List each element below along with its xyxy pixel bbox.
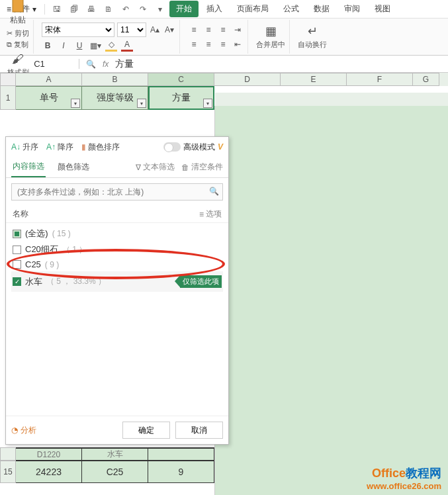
increase-font-icon[interactable]: A▴ bbox=[149, 24, 161, 36]
tab-color-filter[interactable]: 颜色筛选 bbox=[56, 158, 91, 177]
border-button[interactable]: ▦▾ bbox=[89, 40, 101, 52]
zoom-icon[interactable]: 🔍 bbox=[86, 60, 96, 69]
align-center-icon[interactable]: ≡ bbox=[202, 38, 214, 50]
menubar: ≡ 文件 ▾ 🖫 🗐 🖶 🗎 ↶ ↷ ▾ 开始 插入 页面布局 公式 数据 审阅… bbox=[0, 0, 448, 19]
redo-icon[interactable]: ↷ bbox=[135, 1, 151, 17]
filter-button-c[interactable]: ▾ bbox=[203, 99, 212, 108]
paste-button[interactable]: 粘贴 bbox=[10, 0, 26, 26]
decrease-font-icon[interactable]: A▾ bbox=[163, 24, 175, 36]
align-bottom-icon[interactable]: ≡ bbox=[217, 24, 229, 36]
copy-button[interactable]: ⧉复制 bbox=[7, 40, 29, 50]
select-all-corner[interactable] bbox=[0, 73, 16, 86]
filter-item-list: (全选) ( 15 ) C20细石 （ 1 ） C25 ( 9 ) 水车 （ 5… bbox=[6, 223, 228, 416]
clipboard-icon bbox=[11, 0, 25, 13]
filter-item[interactable]: C20细石 （ 1 ） bbox=[11, 242, 223, 257]
filter-button-b[interactable]: ▾ bbox=[137, 99, 146, 108]
tab-data[interactable]: 数据 bbox=[307, 1, 336, 17]
cut-button[interactable]: ✂剪切 bbox=[7, 28, 29, 38]
filter-search: 🔍 bbox=[11, 183, 223, 201]
col-header-c[interactable]: C bbox=[148, 73, 214, 86]
data-rows: D1220 水车 15 24223 C25 9 bbox=[0, 447, 214, 483]
wrap-button[interactable]: ↵ 自动换行 bbox=[294, 20, 331, 54]
merge-button[interactable]: ▦ 合并居中 bbox=[252, 20, 290, 54]
col-header-a[interactable]: A bbox=[16, 73, 82, 86]
sort-desc-icon: A↑ bbox=[46, 142, 56, 152]
cell-b15[interactable]: C25 bbox=[82, 461, 148, 483]
cell-c15[interactable]: 9 bbox=[148, 461, 214, 483]
align-top-icon[interactable]: ≡ bbox=[188, 24, 200, 36]
cell[interactable] bbox=[148, 447, 214, 461]
align-right-icon[interactable]: ≡ bbox=[217, 38, 229, 50]
print-preview-icon[interactable]: 🗎 bbox=[101, 1, 116, 17]
col-header-f[interactable]: F bbox=[347, 73, 413, 86]
tab-start[interactable]: 开始 bbox=[169, 1, 199, 17]
column-headers: A B C D E F G bbox=[0, 73, 448, 86]
ok-button[interactable]: 确定 bbox=[122, 422, 170, 439]
font-name-select[interactable]: 宋体 bbox=[42, 22, 114, 37]
col-header-b[interactable]: B bbox=[82, 73, 148, 86]
checkbox-unchecked[interactable] bbox=[13, 260, 21, 269]
checkbox-unchecked[interactable] bbox=[13, 246, 21, 254]
filter-item-selected[interactable]: 水车 （ 5 ， 33.3% ） 仅筛选此项 bbox=[11, 271, 223, 292]
indent-increase-icon[interactable]: ⇥ bbox=[232, 24, 244, 36]
tab-layout[interactable]: 页面布局 bbox=[230, 1, 275, 17]
list-options-button[interactable]: ≡选项 bbox=[199, 208, 222, 220]
sheet-background bbox=[214, 106, 448, 495]
cancel-button[interactable]: 取消 bbox=[175, 422, 223, 439]
tab-view[interactable]: 视图 bbox=[368, 1, 397, 17]
col-header-g[interactable]: G bbox=[413, 73, 439, 86]
analysis-button[interactable]: ◔分析 bbox=[11, 425, 36, 436]
filter-item[interactable]: C25 ( 9 ) bbox=[11, 257, 223, 271]
color-sort-button[interactable]: ▮颜色排序 bbox=[81, 142, 120, 153]
underline-button[interactable]: U bbox=[73, 40, 85, 52]
sort-asc-button[interactable]: A↓升序 bbox=[11, 142, 38, 153]
indent-decrease-icon[interactable]: ⇤ bbox=[232, 38, 244, 50]
toggle-icon bbox=[163, 142, 181, 152]
checkbox-checked[interactable] bbox=[13, 277, 21, 286]
advanced-mode-toggle[interactable]: 高级模式 V bbox=[163, 142, 223, 153]
formula-bar: C1 🔍 fx 方量 bbox=[0, 56, 448, 73]
save-icon[interactable]: 🖫 bbox=[49, 1, 65, 17]
chevron-down-icon[interactable]: ▾ bbox=[152, 1, 168, 17]
fill-color-button[interactable]: ◇ bbox=[105, 40, 117, 52]
tab-review[interactable]: 审阅 bbox=[337, 1, 367, 17]
cell[interactable]: 水车 bbox=[82, 447, 148, 461]
cell-a1[interactable]: 单号 ▾ bbox=[16, 86, 82, 110]
cell-c1[interactable]: 方量 ▾ bbox=[148, 86, 214, 110]
bold-button[interactable]: B bbox=[42, 40, 54, 52]
copy-icon: ⧉ bbox=[7, 40, 12, 49]
name-box[interactable]: C1 bbox=[0, 59, 79, 69]
search-icon: 🔍 bbox=[209, 187, 219, 196]
trash-icon: 🗑 bbox=[181, 163, 189, 172]
tab-formula[interactable]: 公式 bbox=[277, 1, 306, 17]
col-header-d[interactable]: D bbox=[214, 73, 281, 86]
filter-search-input[interactable] bbox=[11, 183, 223, 201]
undo-icon[interactable]: ↶ bbox=[118, 1, 134, 17]
filter-item-all[interactable]: (全选) ( 15 ) bbox=[11, 226, 223, 242]
checkbox-mixed[interactable] bbox=[13, 230, 21, 238]
row-header-1[interactable]: 1 bbox=[0, 86, 16, 110]
cell-a15[interactable]: 24223 bbox=[16, 461, 82, 483]
formula-value[interactable]: 方量 bbox=[115, 58, 134, 70]
cell[interactable]: D1220 bbox=[16, 447, 82, 461]
font-color-button[interactable]: A bbox=[121, 40, 133, 52]
sort-desc-button[interactable]: A↑降序 bbox=[46, 142, 73, 153]
align-left-icon[interactable]: ≡ bbox=[188, 38, 200, 50]
filter-button-a[interactable]: ▾ bbox=[71, 99, 80, 108]
font-size-select[interactable]: 11 bbox=[117, 22, 146, 37]
tab-content-filter[interactable]: 内容筛选 bbox=[11, 157, 46, 177]
tab-insert[interactable]: 插入 bbox=[200, 1, 229, 17]
align-middle-icon[interactable]: ≡ bbox=[202, 24, 214, 36]
save-as-icon[interactable]: 🗐 bbox=[66, 1, 82, 17]
col-header-e[interactable]: E bbox=[281, 73, 347, 86]
italic-button[interactable]: I bbox=[58, 40, 69, 52]
print-icon[interactable]: 🖶 bbox=[83, 1, 99, 17]
fx-label[interactable]: fx bbox=[103, 60, 109, 69]
row-header[interactable] bbox=[0, 447, 16, 461]
only-this-badge[interactable]: 仅筛选此项 bbox=[180, 275, 222, 288]
funnel-icon: ∇ bbox=[136, 163, 141, 172]
text-filter-button[interactable]: ∇文本筛选 bbox=[136, 161, 175, 173]
clear-filter-button[interactable]: 🗑清空条件 bbox=[181, 161, 223, 173]
cell-b1[interactable]: 强度等级 ▾ bbox=[82, 86, 148, 110]
row-header-15[interactable]: 15 bbox=[0, 461, 16, 483]
